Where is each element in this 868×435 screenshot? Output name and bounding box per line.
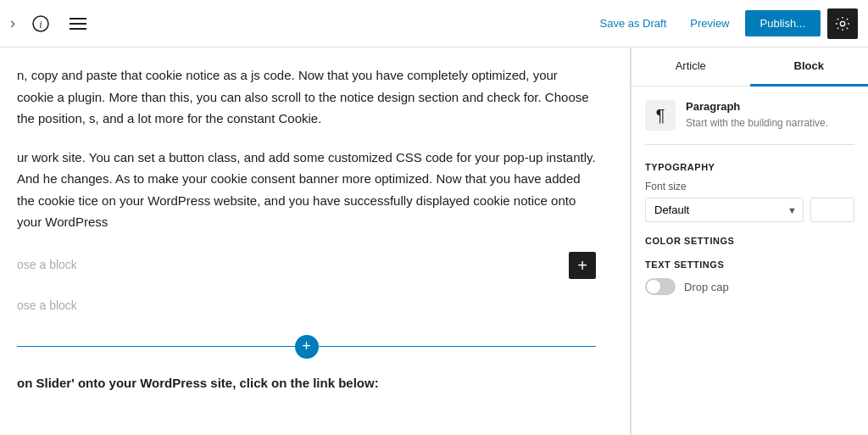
svg-rect-4: [70, 28, 86, 30]
main-layout: n, copy and paste that cookie notice as …: [0, 47, 868, 435]
add-block-label-1: ose a block: [17, 252, 77, 279]
toolbar-right: Save as Draft Preview Publish...: [592, 8, 859, 39]
sidebar-body: ¶ Paragraph Start with the building narr…: [632, 86, 868, 322]
font-size-label: Font size: [645, 181, 854, 192]
gear-icon: [835, 16, 850, 31]
publish-button[interactable]: Publish...: [745, 10, 821, 36]
save-draft-button[interactable]: Save as Draft: [592, 12, 676, 35]
svg-rect-3: [70, 23, 86, 25]
block-info: ¶ Paragraph Start with the building narr…: [645, 100, 854, 145]
bold-text: on Slider' onto your WordPress site, cli…: [17, 376, 379, 390]
list-icon: [70, 17, 86, 31]
inline-add-block: +: [17, 335, 596, 359]
svg-rect-2: [70, 18, 86, 20]
add-block-row-2: ose a block: [17, 291, 596, 321]
editor-content: n, copy and paste that cookie notice as …: [17, 64, 596, 393]
add-block-button-1[interactable]: +: [569, 252, 596, 279]
font-size-select-wrap: Default Small Normal Medium Large Huge ▼: [645, 198, 804, 222]
toolbar: › i Save as Draft Preview Publish...: [0, 0, 868, 47]
bold-paragraph[interactable]: on Slider' onto your WordPress site, cli…: [17, 372, 596, 394]
preview-button[interactable]: Preview: [682, 12, 737, 35]
drop-cap-toggle[interactable]: [645, 278, 676, 295]
add-block-label-2: ose a block: [17, 293, 77, 320]
block-description: Start with the building narrative.: [686, 116, 828, 131]
svg-text:i: i: [39, 19, 42, 31]
tab-article[interactable]: Article: [632, 47, 750, 86]
typography-section-header: Typography: [645, 162, 854, 172]
inline-add-block-button[interactable]: +: [295, 335, 319, 359]
toggle-knob: [647, 280, 660, 293]
settings-button[interactable]: [827, 8, 858, 39]
back-arrow-icon: ›: [10, 14, 15, 32]
list-view-button[interactable]: [63, 8, 93, 39]
svg-point-5: [840, 21, 844, 25]
font-size-custom-input[interactable]: [810, 198, 854, 222]
info-button[interactable]: i: [25, 8, 56, 39]
paragraph-2[interactable]: ur work site. You can set a button class…: [17, 147, 596, 233]
font-size-row: Default Small Normal Medium Large Huge ▼: [645, 198, 854, 222]
info-icon: i: [32, 15, 49, 32]
block-info-text: Paragraph Start with the building narrat…: [686, 100, 828, 131]
drop-cap-row: Drop cap: [645, 278, 854, 295]
editor-area[interactable]: n, copy and paste that cookie notice as …: [0, 47, 631, 435]
block-icon: ¶: [645, 100, 676, 131]
font-size-select[interactable]: Default Small Normal Medium Large Huge: [645, 198, 804, 222]
tab-block[interactable]: Block: [750, 47, 869, 86]
divider-line-right: [319, 346, 597, 347]
paragraph-1[interactable]: n, copy and paste that cookie notice as …: [17, 64, 596, 130]
divider-line: [17, 346, 295, 347]
text-settings-section: Text settings Drop cap: [645, 259, 854, 295]
text-settings-header: Text settings: [645, 259, 854, 270]
block-name: Paragraph: [686, 100, 828, 113]
toolbar-left: › i: [10, 8, 592, 39]
color-settings-header: Color settings: [645, 236, 854, 246]
sidebar: Article Block ¶ Paragraph Start with the…: [631, 47, 868, 435]
add-block-row-1: ose a block +: [17, 250, 596, 281]
drop-cap-label: Drop cap: [684, 281, 729, 293]
color-settings-section: Color settings: [645, 236, 854, 246]
sidebar-tabs: Article Block: [632, 47, 868, 86]
